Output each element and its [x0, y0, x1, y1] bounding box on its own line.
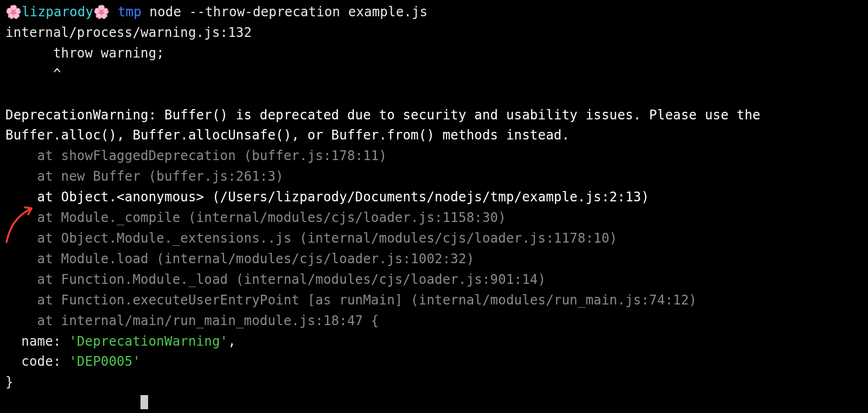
- cursor-block-icon: [141, 395, 148, 409]
- stack-trace: at showFlaggedDeprecation (buffer.js:178…: [5, 146, 863, 310]
- stack-frame: at Function.Module._load (internal/modul…: [5, 270, 863, 290]
- stack-frame: at Module.load (internal/modules/cjs/loa…: [5, 249, 863, 270]
- name-value: 'DeprecationWarning': [69, 334, 228, 349]
- throw-line: throw warning;: [5, 43, 863, 64]
- stack-frame: at Module._compile (internal/modules/cjs…: [5, 208, 863, 228]
- prompt-user: lizparody: [22, 4, 93, 20]
- name-key: name:: [5, 334, 69, 349]
- warning-message-1: DeprecationWarning: Buffer() is deprecat…: [5, 105, 863, 126]
- blank-line: [5, 85, 863, 105]
- code-value: 'DEP0005': [69, 354, 141, 369]
- stack-frame: at Object.<anonymous> (/Users/lizparody/…: [5, 187, 863, 208]
- flower-icon: 🌸: [5, 2, 22, 23]
- stack-frame: at Function.executeUserEntryPoint [as ru…: [5, 290, 863, 311]
- throw-caret: ^: [5, 64, 863, 85]
- stack-frame-tail: at internal/main/run_main_module.js:18:4…: [5, 311, 863, 332]
- error-code-line: code: 'DEP0005': [5, 352, 863, 372]
- error-name-line: name: 'DeprecationWarning',: [5, 332, 863, 352]
- warning-message-2: Buffer.alloc(), Buffer.allocUnsafe(), or…: [5, 125, 863, 146]
- comma: ,: [228, 334, 236, 349]
- prompt-cwd: tmp: [118, 4, 142, 20]
- source-location: internal/process/warning.js:132: [5, 23, 863, 43]
- stack-frame: at Object.Module._extensions..js (intern…: [5, 228, 863, 249]
- stack-frame: at new Buffer (buffer.js:261:3): [5, 167, 863, 187]
- stack-frame: at showFlaggedDeprecation (buffer.js:178…: [5, 146, 863, 167]
- terminal-window[interactable]: 🌸lizparody🌸 tmp node --throw-deprecation…: [0, 0, 868, 413]
- next-prompt: [5, 393, 863, 413]
- prompt-line: 🌸lizparody🌸 tmp node --throw-deprecation…: [5, 2, 863, 23]
- close-brace: }: [5, 372, 863, 393]
- prompt-command: node --throw-deprecation example.js: [150, 4, 428, 20]
- code-key: code:: [5, 354, 69, 369]
- flower-icon: 🌸: [93, 2, 110, 23]
